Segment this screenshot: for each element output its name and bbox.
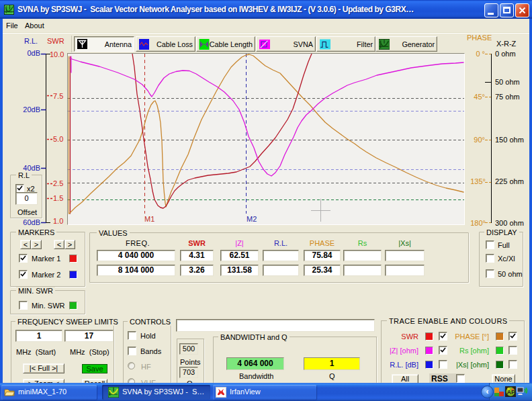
- svg-text:M1: M1: [144, 215, 154, 223]
- svg-text:M2: M2: [247, 215, 257, 223]
- svg-text:AP: AP: [507, 389, 516, 396]
